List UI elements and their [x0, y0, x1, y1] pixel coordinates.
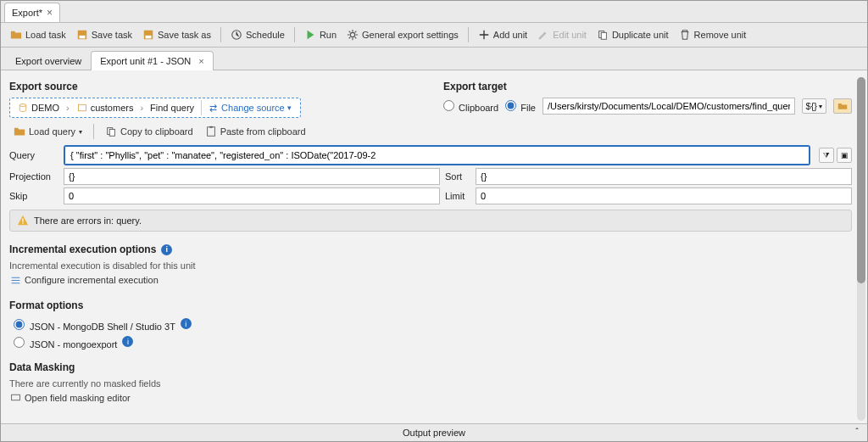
database-icon — [17, 102, 29, 114]
tab-label: Export overview — [15, 56, 81, 66]
export-target-title: Export target — [443, 81, 852, 92]
button-label: General export settings — [362, 30, 459, 40]
query-folder-button[interactable]: ▣ — [837, 148, 852, 163]
chevron-up-icon: ˆ — [855, 427, 859, 437]
configure-incremental-button[interactable]: Configure incremental execution — [9, 274, 159, 286]
clock-icon — [231, 29, 242, 41]
section-title: Incremental execution options — [9, 243, 156, 255]
svg-rect-14 — [22, 218, 23, 221]
open-masking-editor-button[interactable]: Open field masking editor — [9, 392, 131, 404]
folder-open-icon — [14, 126, 25, 137]
query-input-wrap — [64, 145, 810, 165]
sort-label: Sort — [445, 171, 470, 182]
sort-input[interactable] — [476, 168, 852, 185]
add-unit-button[interactable]: Add unit — [474, 26, 531, 43]
button-label: Change source — [221, 103, 285, 113]
run-button[interactable]: Run — [300, 26, 341, 43]
svg-point-5 — [350, 32, 354, 36]
trash-icon — [679, 29, 691, 41]
breadcrumb-db[interactable]: DEMO — [14, 100, 63, 115]
copy-clipboard-button[interactable]: Copy to clipboard — [101, 123, 198, 140]
source-breadcrumb: DEMO › customers › Find query ⇄ — [9, 98, 301, 118]
format-options-section: Format options JSON - MongoDB Shell / St… — [9, 299, 852, 350]
breadcrumb-collection[interactable]: customers — [73, 100, 137, 115]
warning-icon — [17, 215, 29, 227]
format-option-1[interactable]: JSON - MongoDB Shell / Studio 3T — [9, 316, 175, 332]
gear-icon — [347, 29, 359, 41]
info-icon[interactable]: i — [161, 244, 172, 255]
close-icon[interactable]: × — [198, 56, 203, 66]
separator — [468, 27, 469, 42]
chevron-down-icon: ▾ — [819, 103, 822, 110]
radio-label: JSON - MongoDB Shell / Studio 3T — [30, 322, 175, 332]
format-token-button[interactable]: ${}▾ — [802, 98, 826, 114]
tab-export-overview[interactable]: Export overview — [6, 51, 91, 70]
general-settings-button[interactable]: General export settings — [342, 26, 463, 43]
format-option-2[interactable]: JSON - mongoexport — [9, 334, 117, 350]
incremental-disabled-text: Incremental execution is disabled for th… — [9, 260, 852, 271]
filter-icon: ⧩ — [823, 151, 830, 160]
target-file-radio[interactable]: File — [505, 100, 536, 113]
button-label: ${} — [806, 101, 817, 111]
svg-rect-9 — [78, 104, 86, 111]
load-task-button[interactable]: Load task — [6, 26, 70, 43]
load-query-button[interactable]: Load query ▾ — [9, 123, 86, 140]
save-task-button[interactable]: Save task — [72, 26, 136, 43]
browse-folder-button[interactable] — [833, 98, 852, 114]
info-icon[interactable]: i — [181, 318, 192, 329]
paste-icon — [205, 126, 217, 137]
play-icon — [304, 29, 316, 41]
close-icon[interactable]: × — [47, 7, 53, 19]
export-source-title: Export source — [9, 81, 418, 92]
svg-rect-16 — [11, 394, 19, 400]
file-tab-label: Export* — [12, 8, 42, 18]
limit-input[interactable] — [476, 187, 852, 204]
config-icon — [9, 274, 21, 286]
pencil-icon — [537, 29, 549, 41]
paste-clipboard-button[interactable]: Paste from clipboard — [201, 123, 310, 140]
svg-rect-3 — [146, 36, 152, 39]
vertical-scrollbar[interactable] — [857, 77, 865, 421]
swap-icon: ⇄ — [207, 102, 219, 114]
tab-label: Export unit #1 - JSON — [100, 56, 191, 66]
error-bar: There are errors in: query. — [9, 210, 852, 232]
projection-input[interactable] — [64, 168, 440, 185]
save-task-as-button[interactable]: Save task as — [138, 26, 215, 43]
button-label: Configure incremental execution — [25, 275, 159, 285]
chevron-right-icon: › — [140, 103, 143, 113]
skip-input[interactable] — [64, 187, 440, 204]
folder-open-icon — [10, 29, 22, 41]
change-source-button[interactable]: ⇄ Change source ▾ — [201, 100, 297, 115]
svg-rect-7 — [601, 32, 606, 39]
svg-rect-12 — [207, 127, 214, 137]
info-icon[interactable]: i — [122, 336, 133, 347]
output-preview-label: Output preview — [403, 428, 465, 438]
button-label: Duplicate unit — [612, 30, 669, 40]
breadcrumb-query[interactable]: Find query — [147, 101, 198, 115]
query-filter-button[interactable]: ⧩ — [819, 148, 834, 163]
button-label: Copy to clipboard — [120, 126, 193, 137]
edit-unit-button: Edit unit — [533, 26, 591, 43]
main-toolbar: Load task Save task Save task as Schedul… — [1, 23, 867, 48]
button-label: Paste from clipboard — [220, 126, 306, 137]
button-label: Add unit — [493, 30, 527, 40]
target-clipboard-radio[interactable]: Clipboard — [443, 100, 498, 113]
tab-export-unit-1[interactable]: Export unit #1 - JSON × — [91, 51, 214, 70]
data-masking-section: Data Masking There are currently no mask… — [9, 361, 852, 406]
separator — [93, 124, 94, 139]
button-label: Open field masking editor — [25, 393, 131, 403]
remove-unit-button[interactable]: Remove unit — [675, 26, 751, 43]
plus-icon — [478, 29, 490, 41]
query-input[interactable] — [65, 147, 809, 164]
duplicate-unit-button[interactable]: Duplicate unit — [593, 26, 673, 43]
chevron-down-icon: ▾ — [287, 104, 292, 112]
file-tab-export[interactable]: Export* × — [4, 3, 60, 22]
sub-tab-bar: Export overview Export unit #1 - JSON × — [1, 48, 867, 70]
copy-icon — [597, 29, 609, 41]
collection-icon — [76, 102, 88, 114]
error-text: There are errors in: query. — [34, 215, 142, 226]
scrollbar-thumb[interactable] — [857, 77, 865, 283]
output-preview-bar[interactable]: Output preview ˆ — [1, 423, 867, 441]
schedule-button[interactable]: Schedule — [226, 26, 289, 43]
target-path-input[interactable] — [542, 98, 795, 115]
